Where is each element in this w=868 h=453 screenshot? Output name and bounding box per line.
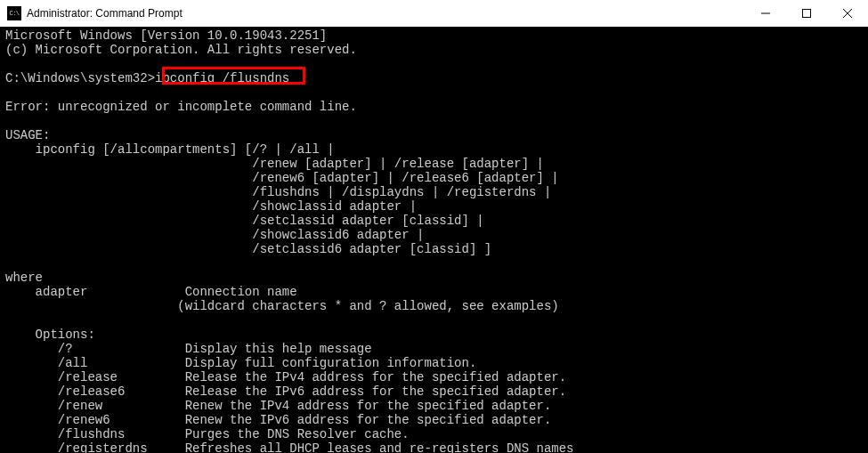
console-line: USAGE: [5, 128, 863, 142]
console-line [5, 57, 863, 71]
cmd-icon-label: C:\ [9, 11, 19, 17]
console-line: /renew6 Renew the IPv6 address for the s… [5, 413, 863, 427]
console-line: /setclassid6 adapter [classid] ] [5, 242, 863, 256]
console-line [5, 114, 863, 128]
console-line [5, 85, 863, 100]
console-line: /release6 Release the IPv6 address for t… [5, 384, 863, 399]
console-line: Options: [5, 328, 863, 342]
console-line: /setclassid adapter [classid] | [5, 214, 863, 228]
cmd-icon: C:\ [7, 6, 21, 20]
console-line [5, 313, 863, 328]
console-line: C:\Windows\system32>ipconfig /flusndns [5, 71, 863, 85]
console-line: /renew [adapter] | /release [adapter] | [5, 157, 863, 171]
console-line: /release Release the IPv4 address for th… [5, 370, 863, 384]
svg-rect-1 [803, 10, 811, 18]
console-area[interactable]: Microsoft Windows [Version 10.0.19043.22… [0, 27, 868, 453]
console-line: /renew Renew the IPv4 address for the sp… [5, 399, 863, 413]
console-line: /flushdns Purges the DNS Resolver cache. [5, 427, 863, 441]
minimize-button[interactable] [745, 0, 786, 27]
window-title: Administrator: Command Prompt [27, 7, 183, 20]
console-line: /renew6 [adapter] | /release6 [adapter] … [5, 171, 863, 185]
console-line: /? Display this help message [5, 342, 863, 356]
console-line: where [5, 271, 863, 285]
console-line: /registerdns Refreshes all DHCP leases a… [5, 441, 863, 453]
console-line: /all Display full configuration informat… [5, 356, 863, 370]
console-line: adapter Connection name [5, 285, 863, 299]
close-button[interactable] [827, 0, 868, 27]
console-line: /showclassid adapter | [5, 199, 863, 214]
console-line: /flushdns | /displaydns | /registerdns | [5, 185, 863, 199]
console-line: ipconfig [/allcompartments] [/? | /all | [5, 142, 863, 157]
maximize-button[interactable] [786, 0, 827, 27]
console-line: Microsoft Windows [Version 10.0.19043.22… [5, 28, 863, 43]
titlebar[interactable]: C:\ Administrator: Command Prompt [0, 0, 868, 27]
console-line: (wildcard characters * and ? allowed, se… [5, 299, 863, 313]
console-line: Error: unrecognized or incomplete comman… [5, 100, 863, 114]
console-line: /showclassid6 adapter | [5, 228, 863, 242]
window-controls [745, 0, 868, 27]
console-line [5, 256, 863, 271]
console-line: (c) Microsoft Corporation. All rights re… [5, 43, 863, 57]
